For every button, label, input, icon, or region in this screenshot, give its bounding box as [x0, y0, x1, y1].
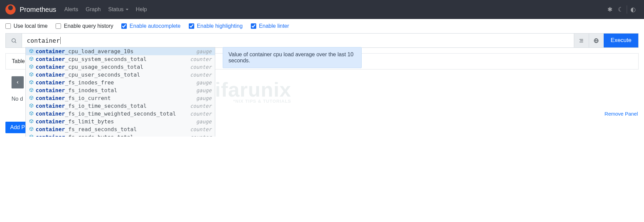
brand-text: Prometheus: [20, 6, 56, 14]
ac-item-name: container_fs_reads_bytes_total: [36, 134, 188, 137]
opt-enable-query-history[interactable]: Enable query history: [56, 23, 113, 29]
dark-mode-moon-icon[interactable]: ☾: [615, 4, 626, 15]
ac-item[interactable]: container_fs_read_seconds_totalcounter: [26, 125, 215, 133]
ac-item[interactable]: container_fs_io_currentgauge: [26, 94, 215, 102]
nav-divider: [627, 5, 627, 14]
search-icon: [6, 34, 22, 47]
ac-item-type: counter: [188, 72, 212, 78]
autocomplete-scroll-area[interactable]: container_cpu_load_average_10sgaugeconta…: [26, 47, 215, 137]
autocomplete-dropdown: container_cpu_load_average_10sgaugeconta…: [25, 47, 215, 137]
opt-enable-autocomplete[interactable]: Enable autocomplete: [121, 23, 180, 29]
metric-help-tooltip: Value of container cpu load average over…: [223, 47, 362, 68]
ac-item-name: container_cpu_load_average_10s: [36, 48, 194, 55]
ac-item[interactable]: container_cpu_usage_seconds_totalcounter: [26, 63, 215, 71]
metric-cube-icon: [29, 111, 34, 117]
ac-item-name: container_fs_inodes_free: [36, 79, 194, 86]
metric-cube-icon: [29, 72, 34, 78]
ac-item-name: container_fs_io_current: [36, 95, 194, 101]
expression-input[interactable]: container​: [22, 34, 574, 47]
ac-item[interactable]: container_cpu_user_seconds_totalcounter: [26, 71, 215, 79]
ac-item-name: container_fs_read_seconds_total: [36, 126, 188, 133]
ac-item-name: container_fs_io_time_weighted_seconds_to…: [36, 110, 188, 117]
ac-item-type: gauge: [194, 119, 212, 125]
ac-item-type: gauge: [194, 87, 212, 94]
brand[interactable]: Prometheus: [5, 4, 56, 15]
ac-item-name: container_cpu_system_seconds_total: [36, 56, 188, 62]
globe-metrics-explorer-icon[interactable]: [589, 34, 604, 47]
svg-point-0: [12, 39, 16, 42]
metric-cube-icon: [29, 95, 34, 101]
checkbox-use-local-time[interactable]: [5, 23, 11, 29]
ac-item-type: counter: [188, 103, 212, 109]
metric-cube-icon: [29, 134, 34, 137]
format-query-icon[interactable]: [574, 34, 589, 47]
metric-cube-icon: [29, 56, 34, 62]
opt-use-local-time[interactable]: Use local time: [5, 23, 47, 29]
query-right-buttons: Execute: [574, 34, 638, 47]
label-enable-query-history: Enable query history: [64, 23, 113, 29]
opt-enable-linter[interactable]: Enable linter: [251, 23, 289, 29]
ac-item[interactable]: container_fs_inodes_totalgauge: [26, 86, 215, 94]
nav-graph[interactable]: Graph: [86, 6, 101, 13]
metric-cube-icon: [29, 64, 34, 70]
metric-cube-icon: [29, 119, 34, 125]
ac-item-type: gauge: [194, 48, 212, 55]
metric-cube-icon: [29, 80, 34, 86]
label-enable-autocomplete: Enable autocomplete: [129, 23, 180, 29]
ac-item-name: container_cpu_user_seconds_total: [36, 72, 188, 78]
metric-cube-icon: [29, 48, 34, 55]
label-enable-linter: Enable linter: [259, 23, 289, 29]
checkbox-enable-highlighting[interactable]: [189, 23, 194, 29]
label-use-local-time: Use local time: [14, 23, 47, 29]
label-enable-highlighting: Enable highlighting: [197, 23, 243, 29]
svg-line-1: [15, 42, 16, 43]
tab-table[interactable]: Table: [12, 58, 25, 64]
options-bar: Use local time Enable query history Enab…: [0, 19, 644, 33]
ac-item[interactable]: container_fs_io_time_seconds_totalcounte…: [26, 102, 215, 110]
ac-item-type: gauge: [194, 80, 212, 86]
ac-item-name: container_cpu_usage_seconds_total: [36, 64, 188, 70]
ac-item-type: counter: [188, 111, 212, 117]
ac-item[interactable]: container_cpu_system_seconds_totalcounte…: [26, 55, 215, 63]
ac-item-type: gauge: [194, 95, 212, 101]
nav-alerts[interactable]: Alerts: [64, 6, 78, 13]
ac-item-type: counter: [188, 64, 212, 70]
checkbox-enable-linter[interactable]: [251, 23, 256, 29]
checkbox-enable-autocomplete[interactable]: [121, 23, 127, 29]
ac-item-name: container_fs_io_time_seconds_total: [36, 103, 188, 109]
ac-item-type: counter: [188, 56, 212, 62]
ac-item[interactable]: container_cpu_load_average_10sgauge: [26, 47, 215, 55]
metric-cube-icon: [29, 87, 34, 94]
nav-help[interactable]: Help: [136, 6, 147, 13]
contrast-toggle-icon[interactable]: ◐: [628, 4, 639, 15]
caret-down-icon: [126, 9, 128, 10]
query-row: container​ Execute container_cpu_load_av…: [5, 33, 639, 48]
nav-right-icons: ✱ ☾ ◐: [604, 4, 639, 15]
ac-item[interactable]: container_fs_limit_bytesgauge: [26, 118, 215, 125]
ac-item[interactable]: container_fs_reads_bytes_totalcounter: [26, 133, 215, 137]
nav-status[interactable]: Status: [108, 6, 128, 13]
metric-cube-icon: [29, 103, 34, 109]
no-data-label: No d: [12, 96, 23, 102]
settings-gear-icon[interactable]: ✱: [604, 4, 615, 15]
metric-cube-icon: [29, 126, 34, 133]
execute-button[interactable]: Execute: [604, 34, 638, 47]
ac-item-name: container_fs_inodes_total: [36, 87, 194, 94]
top-navbar: Prometheus Alerts Graph Status Help ✱ ☾ …: [0, 0, 644, 19]
prometheus-logo-icon: [5, 4, 16, 15]
ac-item-name: container_fs_limit_bytes: [36, 118, 194, 125]
opt-enable-highlighting[interactable]: Enable highlighting: [189, 23, 243, 29]
prev-page-button[interactable]: [12, 76, 24, 88]
checkbox-enable-query-history[interactable]: [56, 23, 61, 29]
ac-item-type: counter: [188, 134, 212, 137]
nav-links: Alerts Graph Status Help: [64, 6, 147, 13]
ac-item[interactable]: container_fs_io_time_weighted_seconds_to…: [26, 110, 215, 118]
ac-item[interactable]: container_fs_inodes_freegauge: [26, 79, 215, 86]
remove-panel-link[interactable]: Remove Panel: [605, 111, 638, 117]
ac-item-type: counter: [188, 126, 212, 133]
